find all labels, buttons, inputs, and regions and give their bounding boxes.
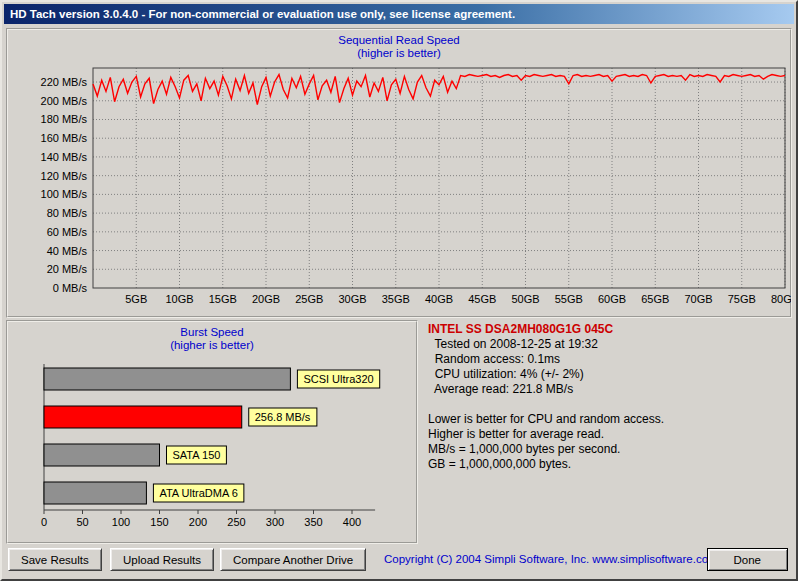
- x-tick-label: 45GB: [468, 293, 496, 305]
- bar-label: 256.8 MB/s: [255, 411, 311, 423]
- burst-bar: [44, 482, 146, 504]
- x-tick-label: 60GB: [598, 293, 626, 305]
- burst-bar: [44, 368, 290, 390]
- info-line: Average read: 221.8 MB/s: [426, 382, 792, 397]
- x-tick-label: 35GB: [382, 293, 410, 305]
- x-tick-label: 5GB: [125, 293, 147, 305]
- info-line: Lower is better for CPU and random acces…: [426, 412, 792, 427]
- x-tick-label: 350: [304, 516, 322, 528]
- y-tick-label: 200 MB/s: [41, 95, 88, 107]
- sequential-read-chart: 0 MB/s20 MB/s40 MB/s60 MB/s80 MB/s100 MB…: [9, 60, 791, 312]
- x-tick-label: 50GB: [511, 293, 539, 305]
- y-tick-label: 220 MB/s: [41, 76, 88, 88]
- bar-label: SCSI Ultra320: [303, 373, 373, 385]
- burst-chart-subtitle: (higher is better): [8, 339, 416, 352]
- x-tick-label: 0: [41, 516, 47, 528]
- done-button[interactable]: Done: [707, 548, 789, 571]
- compare-another-drive-button[interactable]: Compare Another Drive: [220, 548, 366, 571]
- seq-chart-subtitle: (higher is better): [8, 47, 790, 60]
- drive-info-lines: Tested on 2008-12-25 at 19:32 Random acc…: [426, 337, 792, 472]
- x-tick-label: 75GB: [728, 293, 756, 305]
- copyright-text: Copyright (C) 2004 Simpli Software, Inc.…: [384, 553, 718, 565]
- x-tick-label: 200: [189, 516, 207, 528]
- y-tick-label: 80 MB/s: [47, 207, 88, 219]
- info-line: Higher is better for average read.: [426, 427, 792, 442]
- burst-bar: [44, 444, 160, 466]
- x-tick-label: 15GB: [209, 293, 237, 305]
- info-line: [426, 397, 792, 412]
- upload-results-button[interactable]: Upload Results: [110, 548, 214, 571]
- x-tick-label: 50: [76, 516, 88, 528]
- info-line: Random access: 0.1ms: [426, 352, 792, 367]
- drive-info-panel: INTEL SS DSA2MH080G1G 045C Tested on 200…: [426, 320, 792, 544]
- x-tick-label: 40GB: [425, 293, 453, 305]
- y-tick-label: 20 MB/s: [47, 263, 88, 275]
- y-tick-label: 140 MB/s: [41, 151, 88, 163]
- window-title: HD Tach version 3.0.4.0 - For non-commer…: [10, 8, 515, 20]
- y-tick-label: 0 MB/s: [53, 282, 88, 294]
- x-tick-label: 65GB: [641, 293, 669, 305]
- x-tick-label: 25GB: [295, 293, 323, 305]
- x-tick-label: 400: [343, 516, 361, 528]
- x-tick-label: 30GB: [338, 293, 366, 305]
- x-tick-label: 20GB: [252, 293, 280, 305]
- drive-name: INTEL SS DSA2MH080G1G 045C: [426, 322, 792, 337]
- app-window: HD Tach version 3.0.4.0 - For non-commer…: [0, 0, 798, 581]
- bar-label: SATA 150: [173, 449, 221, 461]
- y-tick-label: 120 MB/s: [41, 170, 88, 182]
- x-tick-label: 300: [266, 516, 284, 528]
- x-tick-label: 70GB: [684, 293, 712, 305]
- seq-chart-title: Sequential Read Speed: [8, 30, 790, 47]
- x-tick-label: 55GB: [555, 293, 583, 305]
- x-tick-label: 150: [150, 516, 168, 528]
- title-bar[interactable]: HD Tach version 3.0.4.0 - For non-commer…: [4, 4, 794, 24]
- burst-speed-chart: 050100150200250300350400SCSI Ultra320256…: [10, 358, 414, 530]
- x-tick-label: 250: [227, 516, 245, 528]
- bar-label: ATA UltraDMA 6: [159, 487, 237, 499]
- y-tick-label: 40 MB/s: [47, 245, 88, 257]
- x-tick-label: 100: [112, 516, 130, 528]
- y-tick-label: 180 MB/s: [41, 113, 88, 125]
- x-tick-label: 10GB: [165, 293, 193, 305]
- burst-chart-title: Burst Speed: [8, 322, 416, 339]
- info-line: GB = 1,000,000,000 bytes.: [426, 457, 792, 472]
- y-tick-label: 60 MB/s: [47, 226, 88, 238]
- info-line: CPU utilization: 4% (+/- 2%): [426, 367, 792, 382]
- burst-speed-panel: Burst Speed (higher is better) 050100150…: [6, 320, 418, 544]
- burst-bar: [44, 406, 242, 428]
- y-tick-label: 160 MB/s: [41, 132, 88, 144]
- info-line: Tested on 2008-12-25 at 19:32: [426, 337, 792, 352]
- info-line: MB/s = 1,000,000 bytes per second.: [426, 442, 792, 457]
- save-results-button[interactable]: Save Results: [8, 548, 102, 571]
- sequential-read-panel: Sequential Read Speed (higher is better)…: [6, 28, 792, 318]
- y-tick-label: 100 MB/s: [41, 188, 88, 200]
- x-tick-label: 80GB: [771, 293, 791, 305]
